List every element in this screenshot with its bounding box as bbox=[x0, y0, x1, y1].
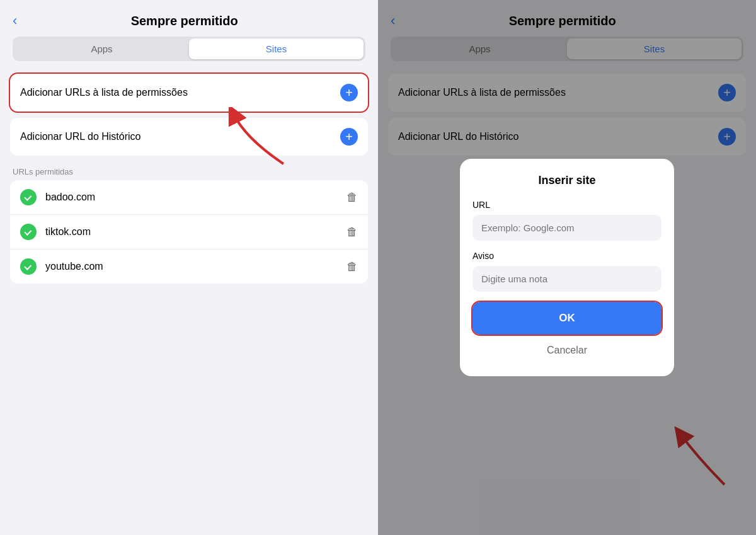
left-url-list: badoo.com 🗑 tiktok.com 🗑 youtube.com 🗑 bbox=[10, 180, 368, 284]
left-header: ‹ Sempre permitido bbox=[0, 0, 378, 37]
check-icon-badoo bbox=[20, 189, 37, 205]
note-input[interactable] bbox=[472, 266, 662, 292]
left-add-url-text: Adicionar URLs à lista de permissões bbox=[20, 87, 188, 98]
left-content: Adicionar URLs à lista de permissões + A… bbox=[0, 74, 378, 284]
url-tiktok: tiktok.com bbox=[45, 226, 346, 238]
delete-tiktok-button[interactable]: 🗑 bbox=[346, 226, 358, 239]
left-add-history-row[interactable]: Adicionar URL do Histórico + bbox=[10, 118, 368, 156]
note-label: Aviso bbox=[472, 251, 662, 261]
table-row: tiktok.com 🗑 bbox=[10, 214, 368, 249]
right-panel: ‹ Sempre permitido Apps Sites Adicionar … bbox=[378, 0, 756, 535]
modal-title: Inserir site bbox=[472, 174, 662, 187]
table-row: badoo.com 🗑 bbox=[10, 180, 368, 214]
url-label: URL bbox=[472, 200, 662, 210]
left-add-url-card: Adicionar URLs à lista de permissões + bbox=[10, 74, 368, 112]
left-back-button[interactable]: ‹ bbox=[13, 13, 17, 29]
left-add-url-row[interactable]: Adicionar URLs à lista de permissões + bbox=[10, 74, 368, 112]
check-icon-youtube bbox=[20, 258, 37, 275]
delete-badoo-button[interactable]: 🗑 bbox=[346, 191, 358, 204]
left-add-history-text: Adicionar URL do Histórico bbox=[20, 131, 140, 142]
left-add-history-button[interactable]: + bbox=[340, 128, 358, 146]
table-row: youtube.com 🗑 bbox=[10, 249, 368, 284]
ok-button[interactable]: OK bbox=[472, 302, 662, 335]
left-add-url-button[interactable]: + bbox=[340, 84, 358, 101]
left-tab-apps[interactable]: Apps bbox=[14, 38, 189, 59]
left-panel: ‹ Sempre permitido Apps Sites Adicionar … bbox=[0, 0, 378, 535]
left-add-history-card: Adicionar URL do Histórico + bbox=[10, 118, 368, 156]
delete-youtube-button[interactable]: 🗑 bbox=[346, 260, 358, 273]
left-tab-sites[interactable]: Sites bbox=[189, 38, 364, 59]
cancel-button[interactable]: Cancelar bbox=[472, 337, 662, 364]
insert-site-modal: Inserir site URL Aviso OK Cancelar bbox=[460, 159, 674, 376]
left-segmented-control: Apps Sites bbox=[13, 37, 365, 61]
url-badoo: badoo.com bbox=[45, 192, 346, 203]
left-page-title: Sempre permitido bbox=[23, 14, 345, 28]
left-section-label: URLs permitidas bbox=[10, 162, 368, 180]
modal-overlay: Inserir site URL Aviso OK Cancelar bbox=[378, 0, 756, 535]
url-input[interactable] bbox=[472, 215, 662, 241]
check-icon-tiktok bbox=[20, 224, 37, 240]
url-youtube: youtube.com bbox=[45, 261, 346, 272]
